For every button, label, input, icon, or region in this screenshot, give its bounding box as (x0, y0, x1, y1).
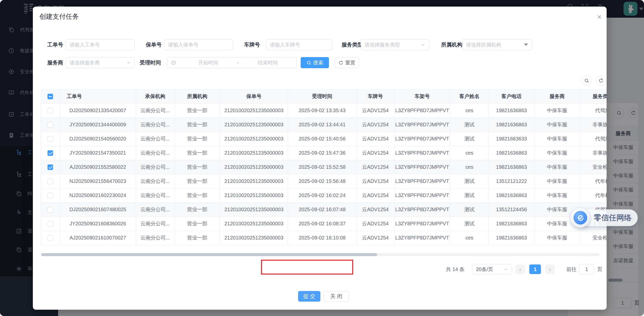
cell: 中保车服 (534, 146, 580, 160)
cell: 云ADV1254 (356, 160, 394, 174)
header-cell: 所属机构 (175, 89, 220, 104)
row-checkbox[interactable] (47, 108, 53, 113)
current-page-button[interactable]: 1 (529, 264, 541, 274)
app-window: 鼎和保险 代驾服救援服安全检代年检工单补工单审工工特支退退审 服务商 中保车服中… (0, 0, 644, 316)
plate-no-input[interactable]: 请输入车牌号 (266, 39, 332, 50)
header-cell: 客户电话 (489, 89, 534, 104)
cell: 212010020251235000003 (220, 104, 288, 118)
cell: JY202509021344400009 (60, 118, 136, 132)
cell: ces (450, 160, 489, 174)
cell: L3ZY8PFP8D7JMPPVT (394, 104, 450, 118)
select-all-checkbox[interactable] (47, 94, 53, 99)
row-select-cell (41, 203, 60, 217)
cell: 2025-09-02 16:02:24 (288, 188, 356, 203)
row-checkbox[interactable] (47, 221, 53, 227)
cell: 营业一部 (175, 118, 220, 132)
org-label: 所属机构 (441, 39, 462, 50)
reset-button[interactable]: 重置 (335, 57, 359, 68)
next-page-button[interactable]: › (545, 264, 555, 274)
table-row[interactable]: JY202509021608360026云南分公司...营业一部21201002… (41, 217, 607, 231)
row-select-cell (41, 231, 60, 245)
provider-select[interactable]: 请选择服务商 (66, 57, 135, 68)
table-row[interactable]: AJ202509021610070027云南分公司...营业一部21201002… (41, 231, 607, 245)
row-checkbox[interactable] (47, 150, 53, 156)
service-type-select[interactable]: 请选择服务类型 (361, 39, 429, 50)
row-checkbox[interactable] (47, 179, 53, 184)
row-checkbox[interactable] (47, 235, 53, 241)
policy-no-input[interactable]: 请输入保单号 (164, 39, 233, 50)
cell: 测试 (450, 203, 489, 217)
accept-time-range-picker[interactable]: 开始时间 - 结束时间 (167, 57, 297, 68)
row-checkbox[interactable] (47, 164, 53, 170)
page-size-select[interactable]: 20条/页 (472, 264, 512, 274)
cell: 代年检 (580, 174, 607, 188)
chevron-down-icon (421, 42, 425, 47)
row-select-cell (41, 146, 60, 160)
table-row[interactable]: JY202509021547350021云南分公司...营业一部21201002… (41, 146, 607, 160)
start-time-placeholder: 开始时间 (186, 59, 230, 66)
cell: 19821636863 (489, 118, 534, 132)
accept-time-label: 受理时间 (140, 57, 161, 68)
zero-trust-badge[interactable]: 零信任网络 (570, 208, 644, 228)
cell: 营业一部 (175, 146, 220, 160)
cell: 212010020251235000003 (220, 146, 288, 160)
table-row[interactable]: DJ202509021607480025云南分公司...营业一部21201002… (41, 203, 607, 217)
cell: 中保车服 (534, 132, 580, 146)
cell: 中保车服 (534, 104, 580, 118)
cell: 云ADV1254 (356, 217, 394, 231)
refresh-icon-button[interactable] (596, 76, 606, 86)
header-cell: 客户姓名 (450, 89, 489, 104)
row-select-cell (41, 217, 60, 231)
dialog-close-button[interactable]: 关 闭 (324, 291, 349, 302)
horizontal-scrollbar[interactable] (41, 253, 600, 256)
cell: JY202509021608360026 (60, 217, 136, 231)
cell: 2025-09-02 15:47:36 (288, 146, 356, 160)
row-checkbox[interactable] (47, 193, 53, 198)
cell: 13512121222 (489, 174, 534, 188)
scrollbar-thumb[interactable] (41, 253, 377, 256)
cell: 19821636863 (489, 104, 534, 118)
cell: 212010020251235000003 (220, 118, 288, 132)
search-icon (584, 78, 589, 83)
table-row[interactable]: DJ202509021335420007云南分公司...营业一部21201002… (41, 104, 607, 118)
prev-page-button[interactable]: ‹ (515, 264, 525, 274)
chevron-down-icon (126, 60, 131, 65)
row-select-cell (41, 132, 60, 146)
cell: 云ADV1254 (356, 118, 394, 132)
refresh-icon (599, 78, 604, 83)
order-no-input[interactable]: 请输入工单号 (66, 39, 135, 50)
table-row[interactable]: NJ202509021556470023云南分公司...营业一部21201002… (41, 174, 607, 188)
work-order-table: 工单号承保机构所属机构保单号受理时间车牌号车架号客户姓名客户电话服务商服务类型 … (41, 89, 607, 245)
table-row[interactable]: NJ202509021602230024云南分公司...营业一部21201002… (41, 188, 607, 203)
table-row[interactable]: DJ202509021540560020云南分公司...营业一部21201002… (41, 132, 607, 146)
cell: 营业一部 (175, 174, 220, 188)
cell: ces (450, 104, 489, 118)
cell: 19821636863 (489, 146, 534, 160)
cell: 2025-09-02 13:35:43 (288, 104, 356, 118)
goto-page-input[interactable]: 1 (579, 264, 594, 274)
submit-button[interactable]: 提 交 (298, 291, 320, 302)
row-checkbox[interactable] (47, 136, 53, 142)
search-button[interactable]: 搜索 (301, 57, 329, 68)
order-no-label: 工单号 (47, 39, 63, 50)
row-checkbox[interactable] (47, 122, 53, 128)
service-type-placeholder: 请选择服务类型 (365, 41, 421, 48)
cell: 212010020251235000003 (220, 217, 288, 231)
cell: L3ZY8PFP8D7JMPPVT (394, 174, 450, 188)
row-checkbox[interactable] (47, 207, 53, 212)
table-row[interactable]: AJ202509021552580022云南分公司...营业一部21201002… (41, 160, 607, 174)
page-unit: 页 (597, 264, 602, 274)
cell: AJ202509021552580022 (60, 160, 136, 174)
cell: DJ202509021607480025 (60, 203, 136, 217)
create-payment-task-dialog: 创建支付任务 × 工单号 请输入工单号 保单号 请输入保单号 车牌号 请输入车牌… (33, 7, 607, 310)
org-select[interactable]: 请选择所属机构 (462, 39, 532, 50)
cell: 212010020251235000003 (220, 203, 288, 217)
cell: 中保车服 (534, 188, 580, 203)
cell: 19821636863 (489, 160, 534, 174)
cell: 212010020251235000003 (220, 160, 288, 174)
table-row[interactable]: JY202509021344400009云南分公司...营业一部21201002… (41, 118, 607, 132)
cell: 中保车服 (534, 231, 580, 245)
cell: 2025-09-02 15:52:58 (288, 160, 356, 174)
close-icon[interactable]: × (597, 13, 602, 21)
zoom-icon-button[interactable] (582, 76, 592, 86)
